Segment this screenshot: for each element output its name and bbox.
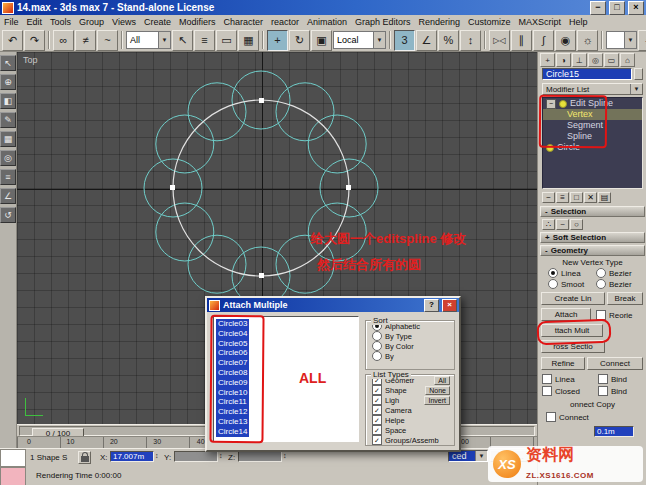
stack-item-spline[interactable]: Spline [543, 131, 642, 142]
checkbox-icon[interactable] [372, 425, 382, 435]
radio-bezier-corner[interactable]: Bezier [596, 279, 632, 289]
type-helper[interactable]: Helpe [366, 415, 454, 425]
chevron-down-icon[interactable] [630, 84, 642, 94]
spline-mode-icon[interactable]: ○ [570, 219, 583, 230]
list-item[interactable]: Circle13 [216, 417, 249, 427]
all-button[interactable]: All [434, 376, 450, 385]
stack-item-edit-spline[interactable]: Edit Spline [543, 98, 642, 109]
create-tab-icon[interactable]: + [540, 53, 555, 67]
chevron-down-icon[interactable] [158, 32, 170, 48]
menu-graph-editors[interactable]: Graph Editors [351, 16, 415, 28]
checkbox-icon[interactable] [596, 310, 606, 320]
show-end-result-icon[interactable]: ≡ [556, 192, 569, 203]
menu-file[interactable]: File [0, 16, 23, 28]
invert-button[interactable]: Invert [424, 396, 450, 405]
none-button[interactable]: None [425, 386, 450, 395]
list-item[interactable]: Circle07 [216, 358, 249, 368]
menu-group[interactable]: Group [75, 16, 108, 28]
checkbox-icon[interactable] [372, 385, 382, 395]
angle-snap-icon[interactable]: ∠ [416, 30, 437, 51]
cross-section-button[interactable]: ross Sectio [541, 340, 605, 353]
list-item[interactable]: Circle05 [216, 339, 249, 349]
left-tool-icon-2[interactable]: ⊕ [0, 74, 16, 90]
left-tool-icon-7[interactable]: ≡ [0, 169, 16, 185]
y-spinner[interactable] [219, 452, 223, 459]
menu-views[interactable]: Views [108, 16, 140, 28]
percent-snap-icon[interactable]: % [438, 30, 459, 51]
mirror-icon[interactable]: ▷◁ [489, 30, 510, 51]
y-coordinate-field[interactable] [174, 451, 218, 462]
chevron-down-icon[interactable] [373, 32, 385, 48]
weld-threshold-field[interactable]: 0.1m [594, 426, 634, 437]
checkbox-icon[interactable] [372, 395, 382, 405]
selection-lock-icon[interactable] [78, 451, 91, 464]
configure-modifier-sets-icon[interactable]: ▤ [598, 192, 611, 203]
menu-maxscript[interactable]: MAXScript [515, 16, 566, 28]
menu-modifiers[interactable]: Modifiers [175, 16, 220, 28]
closed-checkbox[interactable]: Closed [542, 386, 580, 396]
break-button[interactable]: Break [607, 292, 643, 305]
create-line-button[interactable]: Create Lin [541, 292, 605, 305]
undo-icon[interactable]: ↶ [2, 30, 23, 51]
type-groups[interactable]: Groups/Assemb [366, 435, 454, 445]
menu-tools[interactable]: Tools [46, 16, 75, 28]
left-tool-icon-1[interactable]: ↖ [0, 55, 16, 71]
menu-customize[interactable]: Customize [464, 16, 515, 28]
z-coordinate-field[interactable] [238, 451, 282, 462]
rollout-selection[interactable]: - Selection [540, 206, 645, 217]
reorient-checkbox[interactable]: Reorie [596, 310, 633, 320]
radio-smooth[interactable]: Smoot [548, 279, 584, 289]
rollout-geometry[interactable]: - Geometry [540, 245, 645, 256]
checkbox-icon[interactable] [372, 415, 382, 425]
select-by-name-icon[interactable]: ≡ [194, 30, 215, 51]
connect-copy-checkbox[interactable]: Connect [546, 412, 589, 422]
remove-modifier-icon[interactable]: ✕ [584, 192, 597, 203]
modify-tab-icon[interactable]: ◑ [556, 53, 571, 67]
connect-button[interactable]: Connect [587, 357, 643, 370]
snap-toggle-3d-icon[interactable]: 3 [394, 30, 415, 51]
maximize-button[interactable]: □ [609, 1, 625, 15]
menu-edit[interactable]: Edit [23, 16, 47, 28]
dialog-title-bar[interactable]: Attach Multiple ? × [207, 298, 459, 312]
minimize-button[interactable]: − [590, 1, 606, 15]
radio-icon[interactable] [372, 331, 382, 341]
spinner-snap-icon[interactable]: ↕ [460, 30, 481, 51]
make-unique-icon[interactable]: □ [570, 192, 583, 203]
x-coordinate-field[interactable]: 17.007m [110, 451, 154, 462]
radio-icon[interactable] [596, 268, 606, 278]
lightbulb-icon[interactable] [559, 100, 567, 108]
menu-help[interactable]: Help [565, 16, 592, 28]
stack-item-vertex[interactable]: Vertex [543, 109, 642, 120]
selection-filter-dropdown[interactable]: All [126, 31, 171, 49]
maxscript-listener-white[interactable] [0, 449, 26, 467]
linear-checkbox[interactable]: Linea [542, 374, 575, 384]
list-item[interactable]: Circle06 [216, 348, 249, 358]
hierarchy-tab-icon[interactable]: ⊥ [572, 53, 587, 67]
dialog-close-icon[interactable]: × [442, 299, 457, 312]
list-item[interactable]: Circle12 [216, 407, 249, 417]
radio-icon[interactable] [548, 279, 558, 289]
sort-by[interactable]: By [366, 351, 454, 361]
left-tool-icon-9[interactable]: ↺ [0, 207, 16, 223]
checkbox-icon[interactable] [598, 386, 608, 396]
segment-mode-icon[interactable]: ~ [556, 219, 569, 230]
radio-icon[interactable] [372, 351, 382, 361]
left-tool-icon-4[interactable]: ✎ [0, 112, 16, 128]
reference-coordinate-dropdown[interactable]: Local [333, 31, 386, 49]
radio-linear[interactable]: Linea [548, 268, 581, 278]
object-list[interactable]: Circle03 Circle04 Circle05 Circle06 Circ… [213, 316, 359, 442]
menu-create[interactable]: Create [140, 16, 175, 28]
x-spinner[interactable] [155, 452, 159, 459]
redo-icon[interactable]: ↷ [24, 30, 45, 51]
lightbulb-icon[interactable] [546, 144, 554, 152]
motion-tab-icon[interactable]: ◎ [588, 53, 603, 67]
curve-editor-icon[interactable]: ∫ [533, 30, 554, 51]
left-tool-icon-3[interactable]: ◧ [0, 93, 16, 109]
close-button[interactable]: × [628, 1, 644, 15]
crossing-selection-icon[interactable]: ▦ [238, 30, 259, 51]
z-spinner[interactable] [283, 452, 287, 459]
list-item[interactable]: Circle03 [216, 319, 249, 329]
render-scene-icon[interactable]: ☼ [577, 30, 598, 51]
attach-mult-button[interactable]: ttach Mult [541, 324, 603, 337]
select-object-icon[interactable]: ↖ [172, 30, 193, 51]
